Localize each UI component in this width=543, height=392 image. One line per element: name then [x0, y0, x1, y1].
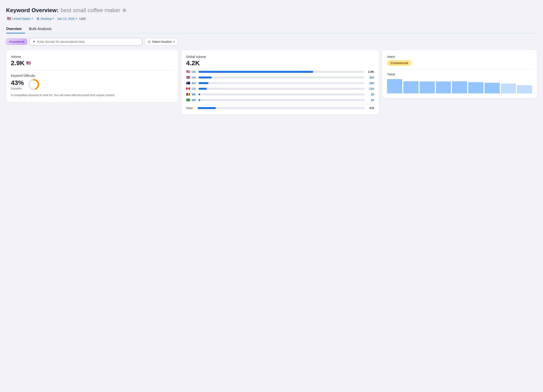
country-bar-fill-be [198, 93, 200, 95]
country-rows: 🇺🇸 US 2.9K 🇬🇧 UK 320 🇦🇺 AU 260 🇨🇦 CA [186, 70, 374, 102]
trend-bar [517, 85, 532, 94]
volume-label: Volume [11, 55, 173, 58]
country-bar-bg-au [198, 82, 365, 84]
country-code-be: BE [192, 93, 197, 96]
kd-row: 43% Possible [11, 78, 173, 91]
kd-label: Keyword Difficulty [11, 74, 173, 77]
tabs-row: Overview Bulk Analysis [6, 26, 537, 34]
currency-label: USD [79, 17, 86, 20]
device-chevron-icon: ▾ [53, 17, 54, 20]
kd-percent: 43% [11, 79, 24, 86]
country-filter[interactable]: 🇺🇸 United States ▾ [6, 16, 34, 21]
device-filter[interactable]: 🖥 Desktop ▾ [35, 16, 55, 21]
trend-bar [452, 81, 467, 93]
country-flag-uk: 🇬🇧 [186, 75, 190, 79]
select-location-button[interactable]: ◎ Select location ▾ [144, 38, 178, 45]
intent-trend-card: Intent Commercial Trend [382, 50, 537, 98]
country-bar-bg-ca [198, 88, 365, 90]
country-bar-bg-br [198, 99, 365, 101]
commercial-badge: Commercial [387, 60, 411, 66]
page-header: Keyword Overview: best small coffee make… [6, 7, 537, 21]
country-flag-br: 🇧🇷 [186, 98, 190, 102]
date-filter[interactable]: Jan 13, 2025 ▾ [56, 16, 78, 21]
other-bar-fill [198, 107, 216, 109]
date-chevron-icon: ▾ [76, 17, 77, 20]
country-row: 🇦🇺 AU 260 [186, 81, 374, 85]
global-volume-label: Global Volume [186, 55, 374, 58]
country-row: 🇺🇸 US 2.9K [186, 70, 374, 74]
cards-row: Volume 2.9K 🇺🇸 Keyword Difficulty 43% Po… [6, 50, 537, 114]
location-label: Select location [152, 40, 172, 43]
country-bar-bg-be [198, 93, 365, 95]
country-value-be: 20 [366, 93, 374, 96]
kd-donut-chart [27, 78, 40, 91]
intent-label: Intent [387, 55, 532, 58]
country-row: 🇧🇷 BR 20 [186, 98, 374, 102]
country-row: 🇧🇪 BE 20 [186, 92, 374, 96]
trend-bar [501, 84, 516, 94]
other-bar-bg [198, 107, 365, 109]
volume-flag: 🇺🇸 [26, 61, 31, 65]
country-value-uk: 320 [366, 76, 374, 79]
country-code-br: BR [192, 98, 197, 102]
ai-powered-badge: AI-powered [6, 39, 27, 45]
card-divider [11, 70, 173, 70]
country-code-ca: CA [192, 87, 197, 90]
country-row: 🇬🇧 UK 320 [186, 75, 374, 79]
country-bar-fill-ca [198, 88, 207, 90]
country-bar-fill-us [198, 71, 313, 73]
country-bar-fill-au [198, 82, 209, 84]
kd-possible: Possible [11, 87, 24, 90]
sparkle-icon: ✦ [33, 40, 35, 44]
volume-value: 2.9K [11, 59, 25, 67]
country-flag-us: 🇺🇸 [186, 70, 190, 74]
page-title-keyword: best small coffee maker [61, 7, 120, 14]
kd-left: 43% Possible [11, 79, 24, 90]
country-flag-be: 🇧🇪 [186, 92, 190, 96]
ai-domain-input[interactable] [37, 40, 139, 43]
other-label: Other [186, 107, 196, 110]
filters-row: 🇺🇸 United States ▾ 🖥 Desktop ▾ Jan 13, 2… [6, 16, 537, 21]
tab-bulk-analysis[interactable]: Bulk Analysis [29, 26, 55, 33]
ai-search-row: AI-powered ✦ ◎ Select location ▾ [6, 38, 537, 45]
country-label: United States [12, 17, 31, 20]
country-bar-fill-uk [198, 76, 212, 79]
country-value-us: 2.9K [366, 70, 374, 74]
global-volume-value: 4.2K [186, 59, 374, 67]
country-flag-au: 🇦🇺 [186, 81, 190, 85]
intent-divider [387, 69, 532, 69]
kd-description: A competitive keyword to rank for. You w… [11, 93, 173, 97]
location-chevron-icon: ▾ [173, 40, 175, 43]
country-code-au: AU [192, 81, 197, 85]
country-code-uk: UK [192, 76, 197, 79]
ai-domain-input-wrapper[interactable]: ✦ [29, 38, 142, 45]
volume-kd-card: Volume 2.9K 🇺🇸 Keyword Difficulty 43% Po… [6, 50, 178, 102]
device-icon: 🖥 [36, 17, 40, 21]
trend-bar [387, 79, 402, 94]
location-icon: ◎ [148, 40, 151, 44]
other-row: Other 470 [186, 104, 374, 110]
page-title-prefix: Keyword Overview: [6, 7, 58, 14]
country-row: 🇨🇦 CA 210 [186, 87, 374, 91]
volume-value-row: 2.9K 🇺🇸 [11, 59, 173, 67]
country-code-us: US [192, 70, 197, 74]
country-value-br: 20 [366, 98, 374, 102]
trend-bar [485, 83, 500, 93]
country-bar-bg-uk [198, 76, 365, 79]
country-flag: 🇺🇸 [7, 17, 11, 21]
other-value: 470 [366, 107, 374, 110]
trend-bar [436, 81, 451, 93]
country-bar-bg-us [198, 71, 365, 73]
country-value-ca: 210 [366, 87, 374, 90]
device-label: Desktop [41, 17, 52, 20]
country-bar-fill-br [198, 99, 200, 101]
add-keyword-icon[interactable]: ⊕ [122, 8, 126, 13]
trend-bar [420, 81, 435, 93]
trend-bars [387, 78, 532, 93]
trend-label: Trend [387, 73, 532, 76]
country-flag-ca: 🇨🇦 [186, 87, 190, 91]
country-value-au: 260 [366, 81, 374, 85]
intent-section: Intent Commercial [387, 55, 532, 66]
tab-overview[interactable]: Overview [6, 26, 25, 33]
trend-bar [403, 81, 419, 93]
